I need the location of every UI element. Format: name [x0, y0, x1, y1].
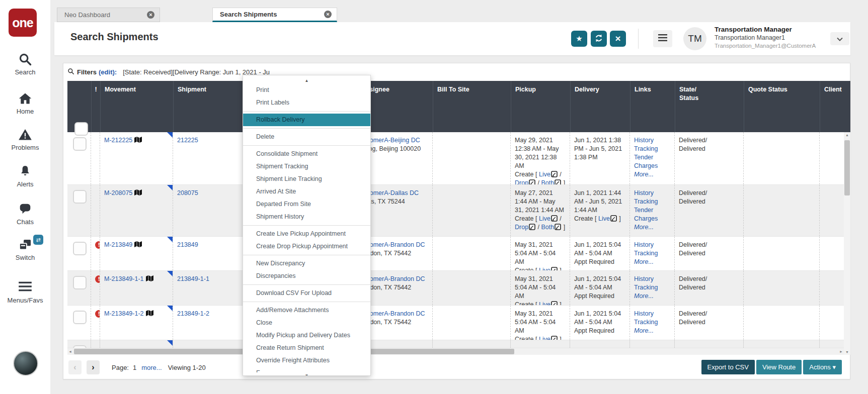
movement-link[interactable]: M-212225 — [104, 137, 132, 144]
menu-item-download-csv-for-upload[interactable]: Download CSV For Upload — [243, 287, 370, 300]
menu-item-new-discrepancy[interactable]: New Discrepancy — [243, 257, 370, 270]
sidebar-item-home[interactable]: Home — [0, 91, 50, 115]
user-avatar[interactable]: TM — [683, 27, 706, 50]
menu-item-create-return-shipment[interactable]: Create Return Shipment — [243, 342, 370, 354]
header-menu-button[interactable] — [653, 30, 672, 47]
movement-link[interactable]: M-213849 — [104, 241, 132, 248]
create-drop-link[interactable]: Drop — [515, 224, 528, 231]
tender-link[interactable]: Tender — [634, 153, 670, 162]
create-live-link[interactable]: Live — [539, 215, 550, 222]
menu-scroll-up-icon[interactable]: ▲ — [243, 77, 370, 84]
scroll-down-icon[interactable]: ▼ — [844, 350, 850, 354]
sidebar-user-avatar[interactable] — [13, 351, 38, 376]
vertical-scrollbar[interactable]: ▲ ▼ — [844, 132, 850, 355]
switch-badge-icon[interactable]: ⇄ — [33, 235, 43, 245]
menu-item-delete[interactable]: Delete — [243, 131, 370, 143]
menu-item-arrived-at-site[interactable]: Arrived At Site — [243, 185, 370, 198]
row-checkbox[interactable] — [73, 190, 87, 204]
history-link[interactable]: History — [634, 136, 670, 145]
create-both-link[interactable]: Both — [541, 224, 555, 231]
more-link[interactable]: More... — [634, 258, 670, 266]
history-link[interactable]: History — [634, 310, 670, 318]
tender-link[interactable]: Tender — [634, 206, 670, 215]
create-both-link[interactable]: Both — [541, 179, 555, 184]
prev-page-button[interactable]: ‹ — [68, 360, 82, 374]
row-checkbox[interactable] — [73, 276, 87, 289]
charges-link[interactable]: Charges — [634, 162, 670, 170]
more-link[interactable]: More... — [634, 327, 670, 335]
menu-item-f[interactable]: F — [243, 367, 370, 372]
menu-item-override-freight-attributes[interactable]: Override Freight Attributes — [243, 354, 370, 367]
create-drop-link[interactable]: Drop — [515, 179, 528, 184]
more-link[interactable]: More... — [634, 292, 670, 301]
row-checkbox[interactable] — [73, 311, 87, 324]
movement-link[interactable]: M-213849-1-2 — [104, 310, 144, 317]
favorite-button[interactable]: ★ — [571, 31, 587, 47]
menu-item-rollback-delivery[interactable]: Rollback Delivery — [243, 114, 370, 126]
tracking-link[interactable]: Tracking — [634, 198, 670, 206]
create-live-link[interactable]: Live — [539, 336, 550, 340]
menu-item-modify-pickup-and-delivery-dates[interactable]: Modify Pickup and Delivery Dates — [243, 329, 370, 342]
close-page-button[interactable]: × — [610, 31, 626, 47]
sidebar-item-menusfavs[interactable]: Menus/Favs — [0, 280, 50, 304]
movement-link[interactable]: M-213849-1-1 — [104, 275, 144, 282]
user-dropdown-button[interactable] — [830, 32, 849, 45]
tracking-link[interactable]: Tracking — [634, 249, 670, 258]
more-link[interactable]: More... — [634, 170, 670, 179]
menu-item-create-live-pickup-appointment[interactable]: Create Live Pickup Appointment — [243, 228, 370, 240]
menu-item-print[interactable]: Print — [243, 84, 370, 96]
menu-item-close[interactable]: Close — [243, 317, 370, 329]
scroll-left-icon[interactable]: ◄ — [68, 349, 72, 354]
tab-search-shipments[interactable]: Search Shipments× — [212, 8, 337, 22]
menu-item-shipment-history[interactable]: Shipment History — [243, 211, 370, 223]
sidebar-item-problems[interactable]: Problems — [0, 128, 50, 151]
tab-close-icon[interactable]: × — [324, 11, 332, 18]
row-checkbox[interactable] — [73, 345, 87, 348]
create-live-link[interactable]: Live — [539, 267, 550, 270]
row-checkbox[interactable] — [73, 242, 87, 255]
filters-edit-link[interactable]: (edit): — [99, 68, 117, 76]
sidebar-item-chats[interactable]: Chats — [0, 202, 50, 226]
one-logo[interactable]: one — [9, 9, 37, 37]
history-link[interactable]: History — [634, 241, 670, 249]
menu-item-create-drop-pickup-appointment[interactable]: Create Drop Pickup Appointment — [243, 240, 370, 253]
export-to-csv-button[interactable]: Export to CSV — [701, 360, 755, 374]
menu-item-add-remove-attachments[interactable]: Add/Remove Attachments — [243, 304, 370, 317]
sidebar-item-search[interactable]: Search — [0, 52, 50, 76]
menu-item-print-labels[interactable]: Print Labels — [243, 96, 370, 109]
actions-button[interactable]: Actions ▾ — [803, 360, 842, 374]
scroll-right-icon[interactable]: ► — [839, 349, 843, 354]
menu-item-shipment-tracking[interactable]: Shipment Tracking — [243, 160, 370, 173]
menu-item-discrepancies[interactable]: Discrepancies — [243, 270, 370, 282]
history-link[interactable]: History — [634, 189, 670, 198]
view-route-button[interactable]: View Route — [756, 360, 802, 374]
tracking-link[interactable]: Tracking — [634, 145, 670, 153]
vertical-scroll-thumb[interactable] — [844, 140, 850, 195]
shipment-link[interactable]: 212225 — [177, 137, 198, 144]
refresh-button[interactable] — [591, 31, 607, 47]
menu-scroll-down-icon[interactable]: ▼ — [243, 372, 370, 376]
tab-neo-dashboard[interactable]: Neo Dashboard× — [57, 8, 160, 22]
shipment-link[interactable]: 213849-1-1 — [177, 275, 209, 282]
tracking-link[interactable]: Tracking — [634, 283, 670, 292]
create-live-link[interactable]: Live — [539, 171, 550, 178]
tab-close-icon[interactable]: × — [147, 11, 154, 19]
create-live-link[interactable]: Live — [598, 215, 610, 222]
row-checkbox[interactable] — [73, 137, 87, 151]
horizontal-scrollbar[interactable]: ◄ ► — [67, 348, 844, 355]
shipment-link[interactable]: 213849 — [177, 241, 198, 248]
next-page-button[interactable]: › — [87, 360, 100, 374]
more-pages-link[interactable]: more... — [141, 364, 162, 371]
sidebar-item-switch[interactable]: Switch⇄ — [0, 238, 50, 261]
history-link[interactable]: History — [634, 275, 670, 283]
movement-link[interactable]: M-208075 — [104, 189, 132, 196]
select-all-checkbox[interactable] — [74, 122, 88, 136]
menu-item-shipment-line-tracking[interactable]: Shipment Line Tracking — [243, 173, 370, 185]
shipment-link[interactable]: 213849-1-2 — [177, 310, 209, 317]
shipment-link[interactable]: 208075 — [177, 189, 198, 196]
create-live-link[interactable]: Live — [539, 301, 550, 305]
menu-item-departed-from-site[interactable]: Departed From Site — [243, 198, 370, 211]
sidebar-item-alerts[interactable]: Alerts — [0, 164, 50, 188]
scroll-up-icon[interactable]: ▲ — [844, 133, 850, 137]
charges-link[interactable]: Charges — [634, 215, 670, 223]
